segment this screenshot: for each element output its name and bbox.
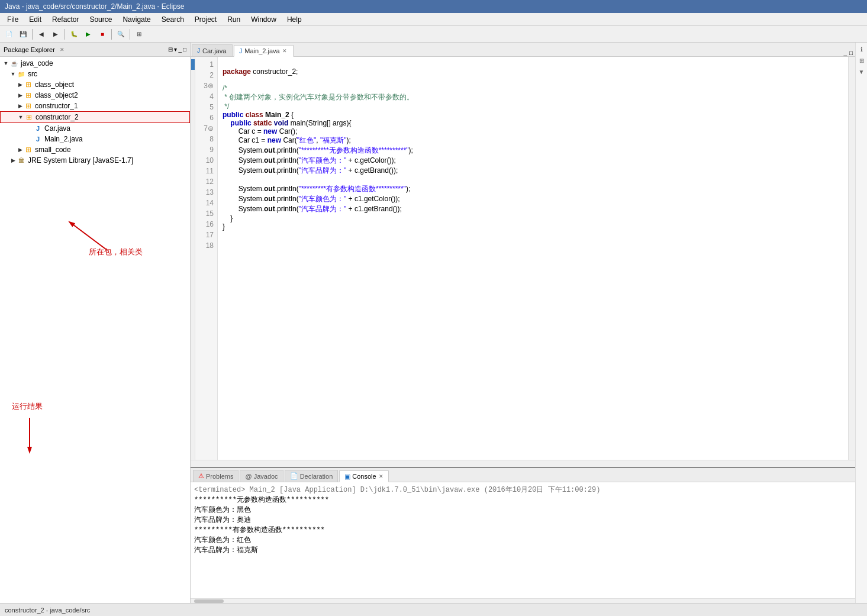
toolbar-run[interactable]: ▶ <box>82 28 95 41</box>
editor-tab-controls: _ □ <box>843 50 855 56</box>
pkg-icon-constructor2: ⊞ <box>24 112 34 122</box>
tree-arrow-class-object2: ▶ <box>17 92 24 99</box>
code-hscrollbar[interactable] <box>191 460 855 467</box>
editor-tabs: J Car.java J Main_2.java ✕ _ □ <box>191 43 855 57</box>
tree-item-constructor2[interactable]: ▼ ⊞ constructor_2 <box>0 111 190 123</box>
tab-main2-java[interactable]: J Main_2.java ✕ <box>234 45 293 57</box>
line-15: 15 <box>195 208 217 219</box>
tab-problems[interactable]: ⚠ Problems <box>193 470 238 482</box>
menu-source[interactable]: Source <box>85 14 117 25</box>
line-9: 9 <box>195 144 217 155</box>
tree-item-jre[interactable]: ▶ 🏛 JRE System Library [JavaSE-1.7] <box>0 155 190 166</box>
line-16: 16 <box>195 219 217 230</box>
tab-declaration-icon: 📄 <box>290 472 298 480</box>
toolbar-debug[interactable]: 🐛 <box>67 28 80 41</box>
line-6: 6 <box>195 112 217 123</box>
pe-btn-menu[interactable]: ▾ <box>174 46 177 53</box>
tab-main2-icon: J <box>239 48 242 54</box>
menu-help[interactable]: Help <box>282 14 307 25</box>
rs-arrow-down[interactable]: ▼ <box>858 67 866 76</box>
pe-close-icon[interactable]: ✕ <box>60 47 65 53</box>
editor-max-icon[interactable]: □ <box>849 50 853 56</box>
line-17: 17 <box>195 230 217 240</box>
rs-icon-bookmark[interactable]: ⊞ <box>858 56 865 65</box>
console-line-5: 汽车颜色为：红色 <box>194 535 852 545</box>
editor-console-area: J Car.java J Main_2.java ✕ _ □ <box>191 43 855 603</box>
tree-item-java-code[interactable]: ▼ ☕ java_code <box>0 58 190 69</box>
tab-javadoc-label: Javadoc <box>254 473 278 480</box>
line-7: 7⊜ <box>195 123 217 134</box>
line-13: 13 <box>195 187 217 198</box>
right-sidebar: ℹ ⊞ ▼ <box>855 43 867 603</box>
pe-btn-max[interactable]: □ <box>183 46 186 53</box>
menu-project[interactable]: Project <box>190 14 221 25</box>
rs-icon-info[interactable]: ℹ <box>859 45 864 54</box>
tab-javadoc-icon: @ <box>245 473 252 480</box>
tree-label-class-object2: class_object2 <box>35 91 78 99</box>
menu-search[interactable]: Search <box>157 14 189 25</box>
tree-item-class-object[interactable]: ▶ ⊞ class_object <box>0 79 190 90</box>
menu-edit[interactable]: Edit <box>24 14 46 25</box>
pe-btn-collapse[interactable]: ⊟ <box>168 46 173 53</box>
tree-item-car-java[interactable]: ▶ J Car.java <box>0 123 190 134</box>
menu-refactor[interactable]: Refactor <box>47 14 83 25</box>
toolbar-stop[interactable]: ■ <box>96 28 109 41</box>
tab-javadoc[interactable]: @ Javadoc <box>240 470 283 482</box>
tab-console-close[interactable]: ✕ <box>379 473 383 479</box>
titlebar: Java - java_code/src/constructor_2/Main_… <box>0 0 867 13</box>
line-18: 18 <box>195 240 217 251</box>
menu-run[interactable]: Run <box>223 14 245 25</box>
console-line-2: 汽车颜色为：黑色 <box>194 505 852 515</box>
toolbar-sep1 <box>32 29 33 40</box>
bottom-scroll-thumb <box>194 599 224 603</box>
toolbar-save[interactable]: 💾 <box>17 28 30 41</box>
menu-window[interactable]: Window <box>246 14 281 25</box>
line-1: 1 <box>195 59 217 70</box>
toolbar-sep3 <box>111 29 112 40</box>
pe-btn-min[interactable]: _ <box>178 46 182 53</box>
tab-main2-close[interactable]: ✕ <box>282 48 287 54</box>
titlebar-text: Java - java_code/src/constructor_2/Main_… <box>5 2 184 11</box>
toolbar-new[interactable]: 📄 <box>2 28 15 41</box>
tab-declaration[interactable]: 📄 Declaration <box>285 470 339 482</box>
toolbar-search[interactable]: 🔍 <box>114 28 127 41</box>
tree-item-small-code[interactable]: ▶ ⊞ small_code <box>0 144 190 155</box>
line-8: 8 <box>195 134 217 144</box>
toolbar-sep2 <box>65 29 65 40</box>
tree-item-main2-java[interactable]: ▶ J Main_2.java <box>0 134 190 144</box>
package-explorer: Package Explorer ✕ ⊟ ▾ _ □ ▼ ☕ java_code… <box>0 43 191 603</box>
code-vscrollbar[interactable] <box>848 57 855 460</box>
bottom-hscrollbar[interactable] <box>191 598 855 603</box>
code-content[interactable]: package constructor_2; /* * 创建两个对象，实例化汽车… <box>218 57 848 460</box>
console-line-1: **********无参数构造函数********** <box>194 495 852 505</box>
tree-label-constructor2: constructor_2 <box>36 113 79 121</box>
tab-console[interactable]: ▣ Console ✕ <box>339 470 388 482</box>
tree-arrow-java-code: ▼ <box>2 60 9 67</box>
tree-arrow-small-code: ▶ <box>17 146 24 153</box>
tree-item-constructor1[interactable]: ▶ ⊞ constructor_1 <box>0 101 190 111</box>
pe-content: ▼ ☕ java_code ▼ 📁 src ▶ ⊞ class_object ▶… <box>0 57 190 603</box>
tree-item-class-object2[interactable]: ▶ ⊞ class_object2 <box>0 90 190 101</box>
pkg-icon-class-object: ⊞ <box>24 80 33 89</box>
toolbar-perspective[interactable]: ⊞ <box>133 28 146 41</box>
project-icon: ☕ <box>9 59 19 68</box>
menu-navigate[interactable]: Navigate <box>118 14 155 25</box>
line-numbers: 1 2 3⊜ 4 5 6 7⊜ 8 9 10 11 12 13 14 15 16 <box>195 57 218 460</box>
tree-arrow-constructor2: ▼ <box>17 114 24 121</box>
tree-arrow-constructor1: ▶ <box>17 102 24 109</box>
menu-file[interactable]: File <box>2 14 23 25</box>
current-line-indicator <box>191 59 195 70</box>
tree-label-jre: JRE System Library [JavaSE-1.7] <box>28 156 133 165</box>
line-10: 10 <box>195 155 217 166</box>
editor-area: J Car.java J Main_2.java ✕ _ □ <box>191 43 855 467</box>
console-line-6: 汽车品牌为：福克斯 <box>194 545 852 555</box>
toolbar-back[interactable]: ◀ <box>35 28 48 41</box>
tab-car-label: Car.java <box>202 47 226 54</box>
tree-label-class-object: class_object <box>35 80 74 89</box>
tree-item-src[interactable]: ▼ 📁 src <box>0 69 190 79</box>
toolbar-forward[interactable]: ▶ <box>49 28 62 41</box>
editor-min-icon[interactable]: _ <box>843 50 847 56</box>
tab-car-java[interactable]: J Car.java <box>192 44 233 56</box>
pe-header-left: Package Explorer ✕ <box>4 46 65 53</box>
pkg-icon-class-object2: ⊞ <box>24 91 33 100</box>
